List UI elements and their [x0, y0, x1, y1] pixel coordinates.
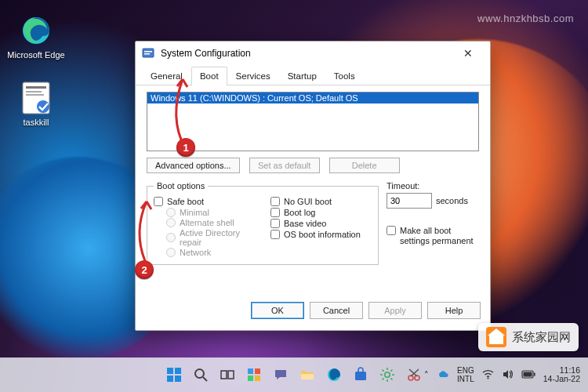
close-button[interactable]: ✕	[452, 43, 484, 64]
settings-icon[interactable]	[377, 365, 397, 385]
edge-taskbar-icon[interactable]	[324, 365, 344, 385]
brand-text: 系统家园网	[512, 330, 571, 345]
onedrive-icon[interactable]	[437, 368, 449, 382]
svg-rect-2	[26, 86, 46, 89]
safe-boot-minimal-radio: Minimal	[166, 208, 255, 217]
svg-rect-17	[248, 368, 253, 374]
desktop-icon-taskkill[interactable]: taskkill	[6, 82, 66, 127]
svg-line-14	[203, 377, 207, 381]
set-as-default-button: Set as default	[249, 158, 320, 173]
snipping-tool-icon[interactable]	[404, 365, 424, 385]
desktop-icon-edge[interactable]: Microsoft Edge	[6, 14, 66, 60]
svg-rect-21	[301, 374, 314, 379]
annotation-1: 1	[176, 138, 195, 157]
svg-rect-6	[143, 49, 154, 57]
taskbar[interactable]: ˄ ENGINTL 11:16 14-Jan-22	[0, 358, 588, 392]
svg-rect-11	[167, 376, 173, 382]
svg-point-37	[487, 377, 488, 379]
chat-icon[interactable]	[270, 365, 291, 385]
tray-chevron-up-icon[interactable]: ˄	[424, 370, 429, 379]
no-gui-boot-checkbox[interactable]: No GUI boot	[270, 197, 372, 206]
svg-line-30	[390, 378, 392, 379]
boot-log-checkbox[interactable]: Boot log	[270, 208, 372, 217]
apply-button: Apply	[368, 302, 422, 319]
search-icon[interactable]	[191, 365, 211, 385]
svg-rect-4	[26, 94, 44, 96]
svg-rect-39	[534, 372, 535, 376]
svg-rect-8	[144, 53, 150, 55]
volume-icon[interactable]	[502, 368, 514, 382]
tab-tools[interactable]: Tools	[325, 67, 364, 85]
widgets-icon[interactable]	[244, 365, 264, 385]
wifi-icon[interactable]	[482, 368, 494, 382]
boot-options-legend: Boot options	[154, 181, 208, 191]
timeout-unit: seconds	[436, 196, 468, 205]
ok-button[interactable]: OK	[251, 302, 304, 319]
file-explorer-icon[interactable]	[297, 365, 318, 385]
svg-line-31	[383, 378, 384, 379]
tray-clock[interactable]: 11:16 14-Jan-22	[543, 366, 580, 383]
svg-rect-16	[228, 371, 234, 379]
svg-rect-3	[26, 91, 42, 93]
edge-icon	[20, 14, 53, 47]
timeout-label: Timeout:	[387, 181, 479, 191]
battery-icon[interactable]	[521, 370, 535, 380]
svg-rect-7	[144, 51, 152, 53]
svg-rect-19	[248, 376, 253, 381]
svg-rect-18	[255, 368, 260, 374]
desktop-icon-label: taskkill	[6, 118, 66, 127]
tab-services[interactable]: Services	[227, 67, 279, 85]
svg-point-5	[37, 100, 49, 113]
svg-rect-20	[255, 376, 260, 381]
svg-rect-10	[175, 368, 181, 374]
annotation-2: 2	[135, 260, 154, 279]
system-tray[interactable]: ˄ ENGINTL 11:16 14-Jan-22	[424, 358, 580, 392]
language-indicator[interactable]: ENGINTL	[457, 366, 474, 383]
dialog-titlebar[interactable]: System Configuration ✕	[136, 42, 490, 65]
batch-file-icon	[20, 82, 53, 114]
desktop-icon-label: Microsoft Edge	[6, 50, 66, 60]
dialog-title: System Configuration	[161, 48, 452, 59]
tab-startup[interactable]: Startup	[279, 67, 325, 85]
msconfig-icon	[142, 47, 154, 60]
svg-rect-40	[523, 372, 532, 376]
cancel-button[interactable]: Cancel	[310, 302, 363, 319]
svg-point-13	[195, 369, 204, 378]
watermark-text: www.hnzkhbsb.com	[477, 13, 574, 24]
delete-button: Delete	[329, 158, 400, 173]
svg-line-29	[383, 370, 384, 372]
svg-rect-9	[167, 368, 173, 374]
svg-rect-12	[175, 376, 181, 382]
os-boot-info-checkbox[interactable]: OS boot information	[270, 230, 372, 239]
help-button[interactable]: Help	[427, 302, 481, 319]
store-icon[interactable]	[350, 365, 371, 385]
brand-badge: 系统家园网	[478, 323, 579, 351]
boot-options-fieldset: Boot options Safe boot Minimal Alternate…	[147, 181, 379, 265]
safe-boot-adrepair-radio: Active Directory repair	[166, 228, 255, 247]
start-button[interactable]	[164, 365, 184, 385]
close-icon: ✕	[463, 47, 473, 60]
safe-boot-network-radio: Network	[166, 248, 255, 257]
make-permanent-checkbox[interactable]: Make all boot settings permanent	[387, 226, 479, 246]
safe-boot-altshell-radio: Alternate shell	[166, 218, 255, 227]
task-view-icon[interactable]	[217, 365, 238, 385]
svg-rect-15	[221, 371, 227, 379]
base-video-checkbox[interactable]: Base video	[270, 219, 372, 228]
timeout-input[interactable]	[387, 193, 432, 209]
svg-rect-23	[355, 372, 366, 380]
house-icon	[486, 327, 506, 347]
svg-line-32	[390, 370, 392, 372]
svg-point-24	[385, 372, 390, 377]
